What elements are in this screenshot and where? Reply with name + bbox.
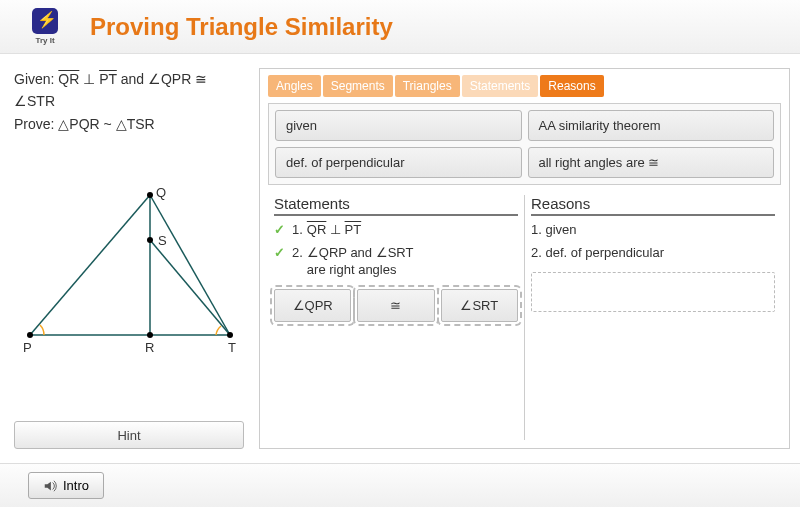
proof-table: Statements ✓ 1. QR ⊥ PT ✓ 2. ∠QRP and ∠S… bbox=[268, 195, 781, 440]
check-icon: ✓ bbox=[274, 245, 286, 260]
check-icon: ✓ bbox=[274, 222, 286, 237]
r2-text: 2. def. of perpendicular bbox=[531, 245, 664, 262]
given-line: Given: QR ⊥ PT and ∠QPR ≅ ∠STR bbox=[14, 68, 251, 113]
reason-1: 1. given bbox=[531, 222, 775, 239]
statements-head: Statements bbox=[274, 195, 518, 216]
label-t: T bbox=[228, 340, 236, 355]
given-prove: Given: QR ⊥ PT and ∠QPR ≅ ∠STR Prove: △P… bbox=[14, 68, 251, 135]
statement-2: ✓ 2. ∠QRP and ∠SRTare right angles bbox=[274, 245, 518, 279]
st1-text: QR ⊥ PT bbox=[307, 222, 361, 239]
intro-label: Intro bbox=[63, 478, 89, 493]
r1-text: 1. given bbox=[531, 222, 577, 239]
svg-point-5 bbox=[27, 332, 33, 338]
tile-aa[interactable]: AA similarity theorem bbox=[528, 110, 775, 141]
reasons-column: Reasons 1. given 2. def. of perpendicula… bbox=[525, 195, 781, 440]
tile-defperp[interactable]: def. of perpendicular bbox=[275, 147, 522, 178]
prove-line: Prove: △PQR ~ △TSR bbox=[14, 113, 251, 135]
st2-text: ∠QRP and ∠SRTare right angles bbox=[307, 245, 414, 279]
reasons-head: Reasons bbox=[531, 195, 775, 216]
svg-point-8 bbox=[147, 192, 153, 198]
tab-reasons[interactable]: Reasons bbox=[540, 75, 603, 97]
given-label: Given: bbox=[14, 71, 54, 87]
tab-statements[interactable]: Statements bbox=[462, 75, 539, 97]
right-panel: Angles Segments Triangles Statements Rea… bbox=[259, 68, 790, 449]
tryit-label: Try It bbox=[35, 36, 54, 45]
triangle-diagram: P Q R S T bbox=[20, 185, 240, 355]
reason-3-dropzone[interactable] bbox=[531, 272, 775, 312]
main: Given: QR ⊥ PT and ∠QPR ≅ ∠STR Prove: △P… bbox=[0, 54, 800, 449]
statement-3-drag: ∠QPR ≅ ∠SRT bbox=[274, 289, 518, 322]
prove-label: Prove: bbox=[14, 116, 54, 132]
diagram-svg bbox=[20, 185, 240, 355]
tile-allright[interactable]: all right angles are ≅ bbox=[528, 147, 775, 178]
drag-srt[interactable]: ∠SRT bbox=[441, 289, 518, 322]
header: Try It Proving Triangle Similarity bbox=[0, 0, 800, 54]
statements-column: Statements ✓ 1. QR ⊥ PT ✓ 2. ∠QRP and ∠S… bbox=[268, 195, 525, 440]
svg-line-3 bbox=[150, 240, 230, 335]
svg-point-9 bbox=[147, 237, 153, 243]
statement-1: ✓ 1. QR ⊥ PT bbox=[274, 222, 518, 239]
footer: Intro bbox=[0, 463, 800, 507]
svg-point-6 bbox=[147, 332, 153, 338]
tabs-row: Angles Segments Triangles Statements Rea… bbox=[268, 75, 781, 97]
label-p: P bbox=[23, 340, 32, 355]
st1-num: 1. bbox=[292, 222, 303, 237]
st2-num: 2. bbox=[292, 245, 303, 260]
tile-area: given AA similarity theorem def. of perp… bbox=[268, 103, 781, 185]
prove-text: △PQR ~ △TSR bbox=[58, 116, 154, 132]
label-s: S bbox=[158, 233, 167, 248]
tile-given[interactable]: given bbox=[275, 110, 522, 141]
drag-qpr[interactable]: ∠QPR bbox=[274, 289, 351, 322]
tab-angles[interactable]: Angles bbox=[268, 75, 321, 97]
reason-2: 2. def. of perpendicular bbox=[531, 245, 775, 262]
svg-point-7 bbox=[227, 332, 233, 338]
drag-cong[interactable]: ≅ bbox=[357, 289, 434, 322]
svg-line-4 bbox=[150, 195, 230, 335]
page-title: Proving Triangle Similarity bbox=[90, 13, 393, 41]
label-r: R bbox=[145, 340, 154, 355]
tab-segments[interactable]: Segments bbox=[323, 75, 393, 97]
lightning-icon bbox=[32, 8, 58, 34]
hint-button[interactable]: Hint bbox=[14, 421, 244, 449]
tab-triangles[interactable]: Triangles bbox=[395, 75, 460, 97]
intro-button[interactable]: Intro bbox=[28, 472, 104, 499]
left-panel: Given: QR ⊥ PT and ∠QPR ≅ ∠STR Prove: △P… bbox=[14, 68, 259, 449]
label-q: Q bbox=[156, 185, 166, 200]
svg-line-1 bbox=[30, 195, 150, 335]
speaker-icon bbox=[43, 479, 57, 493]
tryit-badge: Try It bbox=[30, 8, 60, 45]
